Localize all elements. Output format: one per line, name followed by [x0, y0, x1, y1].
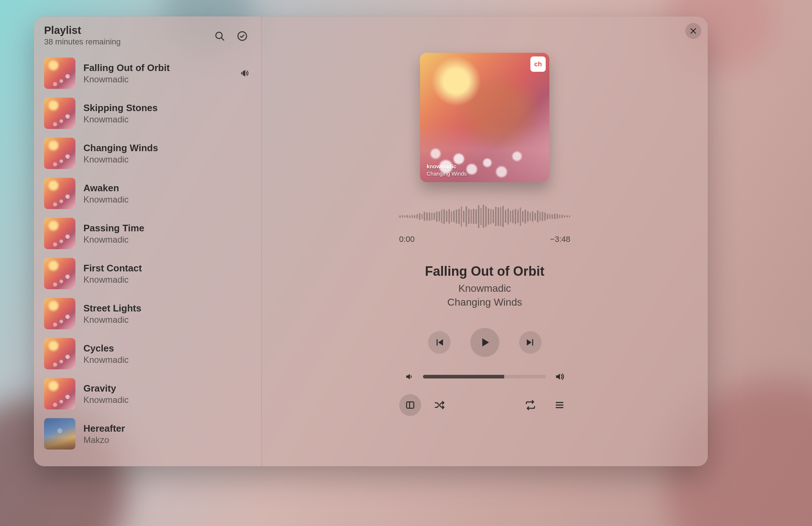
track-art: [44, 378, 75, 409]
track-artist: Knowmadic: [83, 355, 231, 365]
cover-caption-album: Changing Winds: [427, 170, 467, 177]
search-icon: [214, 31, 225, 42]
track-art: [44, 58, 75, 89]
track-artist: Knowmadic: [83, 235, 231, 245]
sidebar-subtitle: 38 minutes remaining: [44, 37, 213, 47]
cover-badge: ch: [530, 56, 546, 72]
track-title: Gravity: [83, 383, 231, 394]
shuffle-button[interactable]: [428, 394, 450, 416]
queue-button[interactable]: [549, 394, 570, 416]
now-playing-album[interactable]: Changing Winds: [447, 297, 522, 308]
track-title: Cycles: [83, 343, 231, 354]
playback-controls: [428, 328, 542, 357]
time-elapsed: 0:00: [399, 235, 415, 244]
shuffle-icon: [434, 400, 445, 411]
speaker-playing-icon: [240, 68, 250, 78]
track-row[interactable]: HereafterMakzo: [39, 414, 256, 454]
volume-row: [405, 372, 565, 382]
track-art: [44, 298, 75, 329]
next-button[interactable]: [519, 331, 542, 354]
track-art: [44, 138, 75, 169]
toggle-sidebar-button[interactable]: [399, 394, 421, 416]
track-meta: Passing TimeKnowmadic: [83, 223, 231, 245]
svg-line-1: [221, 38, 224, 40]
track-row[interactable]: Changing WindsKnowmadic: [39, 133, 256, 173]
track-art: [44, 218, 75, 249]
track-artist: Knowmadic: [83, 395, 231, 405]
track-artist: Knowmadic: [83, 275, 231, 285]
track-row[interactable]: Passing TimeKnowmadic: [39, 213, 256, 254]
now-playing-title: Falling Out of Orbit: [425, 264, 545, 279]
play-icon: [479, 336, 491, 349]
secondary-controls: [399, 394, 570, 416]
queue-icon: [554, 400, 565, 410]
music-player-window: Playlist 38 minutes remaining Falling Ou…: [34, 16, 708, 466]
now-playing-indicator: [239, 68, 251, 78]
track-meta: Skipping StonesKnowmadic: [83, 102, 231, 125]
repeat-button[interactable]: [519, 394, 541, 416]
track-art: [44, 98, 75, 129]
track-row[interactable]: Street LightsKnowmadic: [39, 294, 256, 334]
track-row[interactable]: CyclesKnowmadic: [39, 334, 256, 374]
check-circle-icon: [237, 31, 248, 42]
track-row[interactable]: Falling Out of OrbitKnowmadic: [39, 53, 256, 93]
track-title: Skipping Stones: [83, 102, 231, 114]
skip-next-icon: [525, 337, 536, 348]
track-artist: Knowmadic: [83, 195, 231, 205]
cover-caption: knowmadic Changing Winds: [427, 163, 467, 177]
track-art: [44, 178, 75, 209]
playlist-sidebar: Playlist 38 minutes remaining Falling Ou…: [34, 16, 262, 466]
volume-high-icon[interactable]: [555, 372, 565, 382]
svg-rect-5: [407, 402, 414, 408]
track-artist: Knowmadic: [83, 154, 231, 165]
skip-previous-icon: [434, 337, 445, 348]
track-title: Street Lights: [83, 303, 231, 314]
sidebar-header: Playlist 38 minutes remaining: [34, 16, 261, 50]
track-meta: Falling Out of OrbitKnowmadic: [83, 62, 231, 85]
track-title: Awaken: [83, 182, 231, 194]
repeat-icon: [525, 400, 536, 411]
track-title: Hereafter: [83, 423, 231, 434]
album-cover[interactable]: ch knowmadic Changing Winds: [420, 53, 549, 182]
track-artist: Knowmadic: [83, 74, 231, 85]
track-title: First Contact: [83, 263, 231, 274]
track-title: Falling Out of Orbit: [83, 62, 231, 74]
cover-caption-artist: knowmadic: [427, 163, 467, 170]
sidebar-title: Playlist: [44, 24, 213, 36]
selection-mode-button[interactable]: [236, 30, 249, 43]
track-artist: Knowmadic: [83, 114, 231, 125]
track-title: Changing Winds: [83, 142, 231, 154]
track-meta: Street LightsKnowmadic: [83, 303, 231, 325]
track-row[interactable]: AwakenKnowmadic: [39, 173, 256, 213]
track-row[interactable]: First ContactKnowmadic: [39, 254, 256, 294]
track-list: Falling Out of OrbitKnowmadicSkipping St…: [34, 50, 261, 466]
track-art: [44, 418, 75, 450]
sidebar-icon: [405, 400, 415, 410]
search-button[interactable]: [213, 30, 226, 43]
track-meta: HereafterMakzo: [83, 423, 231, 445]
close-icon: [689, 27, 697, 35]
volume-fill: [423, 375, 504, 378]
track-title: Passing Time: [83, 223, 231, 234]
track-meta: AwakenKnowmadic: [83, 182, 231, 205]
time-remaining: −3:48: [550, 235, 570, 244]
track-meta: Changing WindsKnowmadic: [83, 142, 231, 165]
track-art: [44, 258, 75, 289]
previous-button[interactable]: [428, 331, 451, 354]
seek-waveform[interactable]: [399, 203, 570, 229]
now-playing-pane: ch knowmadic Changing Winds 0:00 −3:48 F…: [262, 16, 708, 466]
track-artist: Makzo: [83, 435, 231, 445]
track-meta: CyclesKnowmadic: [83, 343, 231, 365]
play-button[interactable]: [470, 328, 499, 357]
volume-low-icon[interactable]: [405, 372, 414, 381]
track-artist: Knowmadic: [83, 315, 231, 325]
volume-slider[interactable]: [423, 375, 546, 378]
now-playing-artist[interactable]: Knowmadic: [458, 283, 511, 294]
track-row[interactable]: Skipping StonesKnowmadic: [39, 93, 256, 133]
track-art: [44, 338, 75, 369]
track-meta: First ContactKnowmadic: [83, 263, 231, 285]
track-row[interactable]: GravityKnowmadic: [39, 374, 256, 414]
track-meta: GravityKnowmadic: [83, 383, 231, 405]
close-button[interactable]: [685, 23, 701, 39]
